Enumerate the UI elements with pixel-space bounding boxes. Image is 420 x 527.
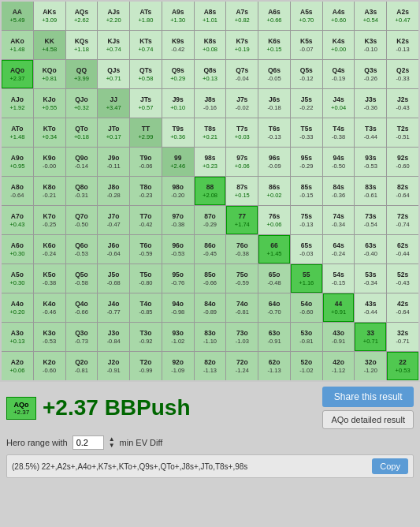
grid-cell-j6o[interactable]: J6o-0.64 [98,235,129,264]
grid-cell-74s[interactable]: 74s-0.34 [323,206,355,234]
grid-cell-j3o[interactable]: J3o-0.84 [98,323,129,351]
grid-cell-qjo[interactable]: QJo+0.32 [66,89,98,118]
grid-cell-t7s[interactable]: T7s+0.03 [226,118,258,147]
grid-cell-a4s[interactable]: A4s+0.60 [323,2,355,30]
grid-cell-a3s[interactable]: A3s+0.54 [355,2,386,30]
grid-cell-q3o[interactable]: Q3o-0.73 [66,323,98,351]
grid-cell-93s[interactable]: 93s-0.53 [355,148,386,176]
grid-cell-a5o[interactable]: A5o+0.30 [2,264,33,293]
ev-diff-icon[interactable]: ▲▼ [109,436,115,449]
grid-cell-j8o[interactable]: J8o-0.28 [98,177,129,205]
detailed-button[interactable]: AQo detailed result [322,410,414,429]
grid-cell-qq[interactable]: QQ+3.99 [66,60,98,88]
grid-cell-k8s[interactable]: K8s+0.08 [195,31,226,59]
grid-cell-53s[interactable]: 53s-0.34 [355,264,386,293]
grid-cell-aa[interactable]: AA+5.49 [2,2,33,30]
grid-cell-a4o[interactable]: A4o+0.20 [2,293,33,322]
grid-cell-65o[interactable]: 65o-0.48 [258,264,290,293]
grid-cell-kqo[interactable]: KQo+0.81 [34,60,65,88]
grid-cell-33[interactable]: 33+0.71 [355,323,386,351]
grid-cell-j4o[interactable]: J4o-0.77 [98,293,129,322]
grid-cell-kjo[interactable]: KJo+0.55 [34,89,65,118]
grid-cell-k7s[interactable]: K7s+0.19 [226,31,258,59]
grid-cell-t6s[interactable]: T6s-0.13 [258,118,290,147]
grid-cell-32s[interactable]: 32s-0.71 [387,323,418,351]
grid-cell-j2o[interactable]: J2o-0.91 [98,352,129,380]
grid-cell-q9o[interactable]: Q9o-0.14 [66,148,98,176]
grid-cell-t8s[interactable]: T8s+0.21 [195,118,226,147]
grid-cell-a7s[interactable]: A7s+0.82 [226,2,258,30]
grid-cell-99[interactable]: 99+2.46 [162,148,194,176]
grid-cell-54s[interactable]: 54s-0.15 [323,264,355,293]
grid-cell-j6s[interactable]: J6s-0.18 [258,89,290,118]
grid-cell-42o[interactable]: 42o-1.12 [323,352,355,380]
grid-cell-k4o[interactable]: K4o-0.46 [34,293,65,322]
grid-cell-q6o[interactable]: Q6o-0.53 [66,235,98,264]
grid-cell-73o[interactable]: 73o-1.03 [226,323,258,351]
grid-cell-87o[interactable]: 87o-0.29 [195,206,226,234]
grid-cell-t3o[interactable]: T3o-0.92 [130,323,162,351]
grid-cell-84o[interactable]: 84o-0.89 [195,293,226,322]
grid-cell-97s[interactable]: 97s+0.06 [226,148,258,176]
grid-cell-96s[interactable]: 96s-0.09 [258,148,290,176]
grid-cell-q8s[interactable]: Q8s+0.13 [195,60,226,88]
grid-cell-j3s[interactable]: J3s-0.36 [355,89,386,118]
grid-cell-q5o[interactable]: Q5o-0.58 [66,264,98,293]
grid-cell-jts[interactable]: JTs+0.57 [130,89,162,118]
grid-cell-j9o[interactable]: J9o-0.11 [98,148,129,176]
grid-cell-j7o[interactable]: J7o-0.47 [98,206,129,234]
grid-cell-63s[interactable]: 63s-0.40 [355,235,386,264]
grid-cell-62o[interactable]: 62o-1.13 [258,352,290,380]
grid-cell-t7o[interactable]: T7o-0.42 [130,206,162,234]
grid-cell-54o[interactable]: 54o-0.60 [291,293,322,322]
grid-cell-73s[interactable]: 73s-0.54 [355,206,386,234]
grid-cell-q2o[interactable]: Q2o-0.81 [66,352,98,380]
grid-cell-q7s[interactable]: Q7s-0.04 [226,60,258,88]
grid-cell-ako[interactable]: AKo+1.48 [2,31,33,59]
grid-cell-84s[interactable]: 84s-0.36 [323,177,355,205]
grid-cell-t5o[interactable]: T5o-0.80 [130,264,162,293]
grid-cell-98s[interactable]: 98s+0.23 [195,148,226,176]
grid-cell-ato[interactable]: ATo+1.48 [2,118,33,147]
grid-cell-87s[interactable]: 87s+0.15 [226,177,258,205]
grid-cell-63o[interactable]: 63o-0.91 [258,323,290,351]
grid-cell-q2s[interactable]: Q2s-0.33 [387,60,418,88]
grid-cell-k2s[interactable]: K2s-0.13 [387,31,418,59]
grid-cell-t5s[interactable]: T5s-0.33 [291,118,322,147]
grid-cell-kqs[interactable]: KQs+1.18 [66,31,98,59]
grid-cell-qts[interactable]: QTs+0.58 [130,60,162,88]
grid-cell-93o[interactable]: 93o-1.02 [162,323,194,351]
grid-cell-a9s[interactable]: A9s+1.30 [162,2,194,30]
grid-cell-j4s[interactable]: J4s+0.04 [323,89,355,118]
grid-cell-aqs[interactable]: AQs+2.62 [66,2,98,30]
grid-cell-aks[interactable]: AKs+3.09 [34,2,65,30]
grid-cell-t2o[interactable]: T2o-0.99 [130,352,162,380]
grid-cell-96o[interactable]: 96o-0.53 [162,235,194,264]
grid-cell-aqo[interactable]: AQo+2.37 [2,60,33,88]
grid-cell-44[interactable]: 44+0.91 [323,293,355,322]
grid-cell-86s[interactable]: 86s+0.02 [258,177,290,205]
grid-cell-q3s[interactable]: Q3s-0.26 [355,60,386,88]
grid-cell-64o[interactable]: 64o-0.70 [258,293,290,322]
grid-cell-62s[interactable]: 62s-0.44 [387,235,418,264]
grid-cell-k6s[interactable]: K6s+0.15 [258,31,290,59]
grid-cell-j7s[interactable]: J7s-0.02 [226,89,258,118]
grid-cell-q4s[interactable]: Q4s-0.19 [323,60,355,88]
grid-cell-jj[interactable]: JJ+3.47 [98,89,129,118]
grid-cell-j8s[interactable]: J8s-0.16 [195,89,226,118]
grid-cell-k5s[interactable]: K5s-0.07 [291,31,322,59]
grid-cell-j9s[interactable]: J9s+0.10 [162,89,194,118]
grid-cell-k8o[interactable]: K8o-0.21 [34,177,65,205]
grid-cell-k3o[interactable]: K3o-0.53 [34,323,65,351]
grid-cell-q8o[interactable]: Q8o-0.31 [66,177,98,205]
grid-cell-83o[interactable]: 83o-1.10 [195,323,226,351]
grid-cell-kto[interactable]: KTo+0.34 [34,118,65,147]
grid-cell-83s[interactable]: 83s-0.61 [355,177,386,205]
grid-cell-t2s[interactable]: T2s-0.51 [387,118,418,147]
grid-cell-52s[interactable]: 52s-0.43 [387,264,418,293]
grid-cell-32o[interactable]: 32o-1.20 [355,352,386,380]
grid-cell-t4s[interactable]: T4s-0.38 [323,118,355,147]
grid-cell-t9s[interactable]: T9s+0.36 [162,118,194,147]
grid-cell-a8o[interactable]: A8o-0.64 [2,177,33,205]
grid-cell-ats[interactable]: ATs+1.80 [130,2,162,30]
